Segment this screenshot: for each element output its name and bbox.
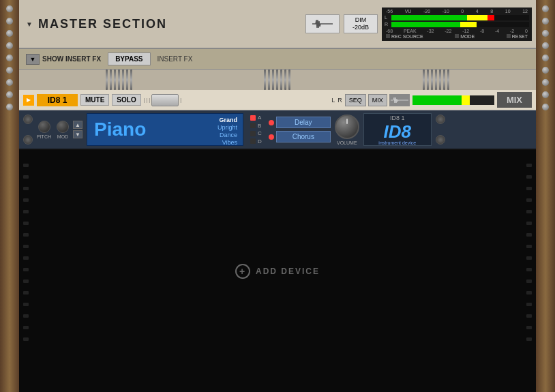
- track-play-button[interactable]: ▶: [23, 95, 34, 106]
- volume-knob-area: VOLUME: [335, 113, 359, 146]
- fader-line: [280, 70, 282, 90]
- id8-logo-section: ID8 1 ID8 instrument device: [363, 113, 432, 146]
- pitch-label: PITCH: [37, 134, 51, 139]
- track-vu-mini: [412, 95, 494, 105]
- r-label: R: [338, 97, 342, 104]
- fader-line: [110, 70, 112, 90]
- fader-line: [284, 70, 286, 90]
- chorus-button[interactable]: Chorus: [276, 131, 331, 142]
- id8-logo: ID8: [384, 123, 411, 140]
- id8-corner-btn-tl[interactable]: [23, 115, 33, 124]
- fader-line: [423, 70, 425, 90]
- mix-mini-button[interactable]: MIX: [368, 94, 387, 106]
- rack-holes-left: [19, 150, 33, 392]
- bypass-button[interactable]: BYPASS: [108, 52, 150, 65]
- preset-vibes[interactable]: Vibes: [217, 139, 237, 146]
- preset-upright[interactable]: Upright: [217, 124, 237, 131]
- rack-screw: [6, 5, 13, 12]
- fader-line: [435, 70, 437, 90]
- rack-screw: [542, 67, 549, 74]
- reset-dot: [507, 34, 511, 38]
- volume-knob[interactable]: [335, 115, 359, 139]
- delay-button[interactable]: Delay: [276, 117, 331, 128]
- track-mini-btns: SEQ MIX: [345, 94, 410, 106]
- preset-dance[interactable]: Dance: [217, 132, 237, 138]
- solo-button[interactable]: SOLO: [112, 94, 140, 106]
- waveform-mini: [389, 94, 410, 106]
- delay-fx: Delay: [269, 117, 331, 128]
- dim-button[interactable]: DIM -20dB: [344, 14, 378, 33]
- fader-line: [106, 70, 108, 90]
- master-right: DIM -20dB -56 VU -20 -10 0 4 8 10 12 L: [305, 0, 536, 48]
- fader-line: [114, 70, 116, 90]
- vu-bar-left: L: [385, 15, 529, 20]
- vu-meter-section: -56 VU -20 -10 0 4 8 10 12 L: [382, 7, 532, 41]
- chorus-led: [269, 134, 274, 140]
- master-left: ▼ MASTER SECTION: [19, 0, 305, 48]
- rec-source-dot: [386, 34, 390, 38]
- id8-arrow-up[interactable]: ▲: [73, 121, 82, 129]
- fader-group-3: [423, 70, 449, 90]
- piano-display: Piano Grand Upright Dance Vibes: [87, 113, 243, 146]
- rack-screw: [542, 30, 549, 37]
- instrument-name: Piano: [87, 119, 146, 140]
- id8-corner-btn-tr[interactable]: [436, 115, 445, 124]
- show-insert-arrow[interactable]: ▼: [26, 54, 40, 65]
- main-area: ▼ MASTER SECTION DIM -20dB -56 VU -20 -1…: [19, 0, 536, 392]
- fader-line: [431, 70, 433, 90]
- mix-button[interactable]: MIX: [497, 92, 532, 108]
- rack-screw: [542, 104, 549, 110]
- vu-controls: REC SOURCE MODE RESET: [385, 33, 529, 40]
- ch-c-led: [250, 131, 256, 136]
- rack-screw: [542, 42, 549, 49]
- id8-corner-btn-br[interactable]: [436, 135, 445, 145]
- collapse-icon[interactable]: ▼: [26, 20, 33, 28]
- mute-button[interactable]: MUTE: [80, 94, 109, 106]
- rack-screw: [6, 30, 13, 37]
- rack-screw: [542, 5, 549, 12]
- id8-instrument-device: instrument device: [378, 140, 416, 145]
- fader-line: [443, 70, 445, 90]
- fader-line: [118, 70, 120, 90]
- fader-line: [272, 70, 274, 90]
- fader-area: [19, 70, 536, 90]
- dim-value: -20dB: [352, 24, 369, 31]
- fx-buttons: Delay Chorus: [269, 113, 331, 146]
- rack-holes-right: [522, 150, 536, 392]
- fader-line: [439, 70, 441, 90]
- fader-line: [122, 70, 124, 90]
- id8-arrow-down[interactable]: ▼: [73, 130, 82, 138]
- volume-label: VOLUME: [337, 140, 357, 145]
- delay-led: [269, 120, 274, 125]
- rack-screw: [542, 79, 549, 86]
- rack-screw: [6, 91, 13, 98]
- vu-scale: -56 VU -20 -10 0 4 8 10 12: [385, 9, 529, 14]
- id8-strip: PITCH MOD ▲ ▼ Piano Grand Upright Dance …: [19, 110, 536, 150]
- mod-knob[interactable]: [57, 121, 69, 133]
- master-section-title: MASTER SECTION: [38, 17, 167, 31]
- fader-line: [276, 70, 278, 90]
- track-fader[interactable]: [151, 94, 179, 106]
- ch-b-led: [250, 123, 256, 128]
- mode-dot: [455, 34, 459, 38]
- fader-line: [264, 70, 266, 90]
- rack-screw: [6, 67, 13, 74]
- rack-screw: [6, 42, 13, 49]
- insert-fx-toggle[interactable]: ▼ SHOW INSERT FX: [26, 54, 101, 65]
- fader-line: [288, 70, 290, 90]
- id8-corner-btn-bl[interactable]: [23, 135, 33, 145]
- add-device-button[interactable]: + ADD DEVICE: [235, 264, 320, 279]
- fader-line: [427, 70, 429, 90]
- rack-left: [0, 0, 19, 392]
- add-device-label: ADD DEVICE: [256, 267, 320, 276]
- pitch-knob[interactable]: [38, 121, 50, 133]
- rack-screw: [6, 104, 13, 110]
- insert-fx-area: ▼ SHOW INSERT FX BYPASS INSERT FX: [19, 49, 536, 90]
- rack-screw: [542, 55, 549, 61]
- preset-grand[interactable]: Grand: [217, 117, 237, 123]
- seq-button[interactable]: SEQ: [345, 94, 366, 106]
- waveform-button[interactable]: [305, 14, 340, 33]
- add-device-icon: +: [235, 264, 250, 279]
- fader-line: [126, 70, 128, 90]
- insert-fx-label: INSERT FX: [158, 55, 193, 63]
